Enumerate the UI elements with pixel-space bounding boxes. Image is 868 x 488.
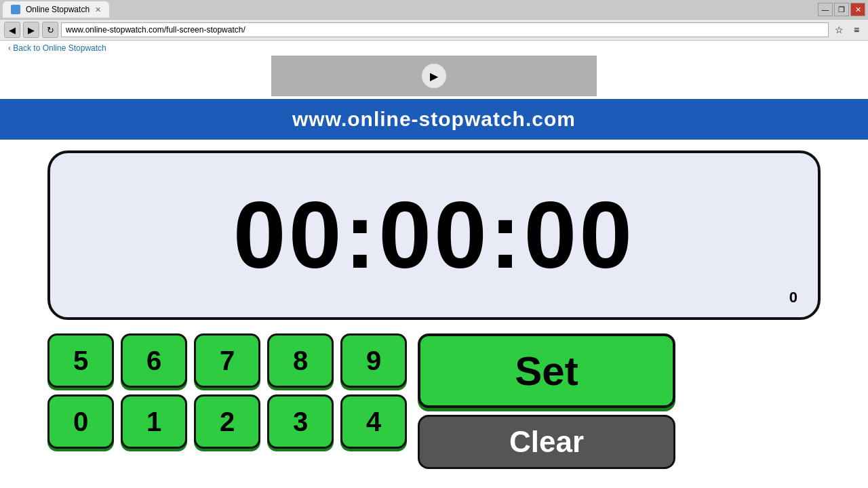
browser-chrome: Online Stopwatch ✕ — ❐ ✕ ◀ ▶ ↻ ☆ ≡ <box>0 0 868 41</box>
numpad-bottom-row: 0 1 2 3 4 <box>47 394 407 449</box>
num-6-button[interactable]: 6 <box>121 333 187 388</box>
stopwatch-container: 00:00:00 0 5 6 7 8 9 0 1 2 3 4 <box>0 140 868 480</box>
tab-close-icon[interactable]: ✕ <box>95 5 101 14</box>
numpad-area: 5 6 7 8 9 0 1 2 3 4 <box>47 333 407 469</box>
set-button[interactable]: Set <box>418 333 675 408</box>
page-content: ‹ Back to Online Stopwatch ▶ www.online-… <box>0 41 868 488</box>
nav-bar: ◀ ▶ ↻ ☆ ≡ <box>0 19 868 41</box>
clear-button[interactable]: Clear <box>418 415 675 469</box>
timer-display: 00:00:00 0 <box>47 150 821 320</box>
maximize-button[interactable]: ❐ <box>834 3 849 16</box>
settings-icon[interactable]: ≡ <box>849 22 864 37</box>
num-3-button[interactable]: 3 <box>267 394 334 449</box>
close-button[interactable]: ✕ <box>850 3 865 16</box>
forward-button[interactable]: ▶ <box>23 22 39 38</box>
address-bar[interactable] <box>61 22 829 37</box>
site-title: www.online-stopwatch.com <box>292 108 576 131</box>
num-2-button[interactable]: 2 <box>194 394 260 449</box>
num-9-button[interactable]: 9 <box>340 333 407 388</box>
num-4-button[interactable]: 4 <box>340 394 407 449</box>
timer-text: 00:00:00 <box>233 188 635 283</box>
browser-tab[interactable]: Online Stopwatch ✕ <box>3 1 109 18</box>
num-5-button[interactable]: 5 <box>47 333 114 388</box>
num-7-button[interactable]: 7 <box>194 333 260 388</box>
tab-title: Online Stopwatch <box>26 5 90 14</box>
back-link[interactable]: ‹ Back to Online Stopwatch <box>0 41 868 56</box>
timer-sub: 0 <box>789 289 797 306</box>
play-icon[interactable]: ▶ <box>422 64 446 88</box>
buttons-area: 5 6 7 8 9 0 1 2 3 4 Set Clear <box>47 333 821 469</box>
num-8-button[interactable]: 8 <box>267 333 334 388</box>
site-header: www.online-stopwatch.com <box>0 99 868 140</box>
bookmark-icon[interactable]: ☆ <box>831 22 846 37</box>
minimize-button[interactable]: — <box>818 3 833 16</box>
nav-icons: ☆ ≡ <box>831 22 864 37</box>
action-area: Set Clear <box>418 333 675 469</box>
back-button[interactable]: ◀ <box>4 22 20 38</box>
window-controls: — ❐ ✕ <box>818 3 865 16</box>
num-0-button[interactable]: 0 <box>47 394 114 449</box>
ad-banner: ▶ <box>271 56 597 96</box>
refresh-button[interactable]: ↻ <box>42 22 58 38</box>
num-1-button[interactable]: 1 <box>121 394 187 449</box>
tab-favicon <box>11 5 20 14</box>
title-bar: Online Stopwatch ✕ — ❐ ✕ <box>0 0 868 19</box>
numpad-top-row: 5 6 7 8 9 <box>47 333 407 388</box>
